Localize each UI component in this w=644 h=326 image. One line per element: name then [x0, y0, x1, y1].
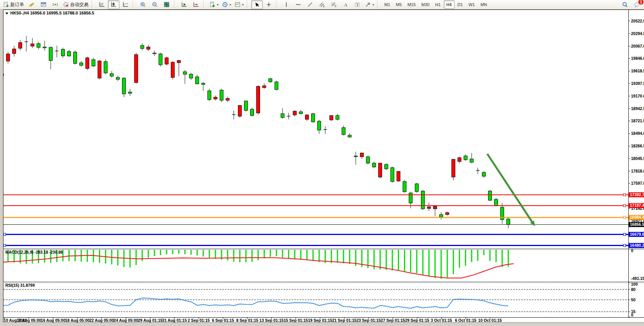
line-handle[interactable] [623, 193, 626, 196]
charts-window-button[interactable] [38, 0, 49, 9]
time-axis-label: 8 Sep 01:15 [236, 318, 259, 323]
search-button[interactable] [619, 0, 631, 9]
line-handle[interactable] [623, 205, 626, 207]
bearish-candle [49, 47, 53, 61]
text-icon: A [342, 2, 348, 8]
line-handle[interactable] [623, 233, 626, 235]
bearish-candle [507, 219, 510, 225]
bullish-candle [171, 62, 175, 77]
vertical-line-button[interactable] [281, 0, 292, 9]
notifications-button[interactable]: 1 [631, 0, 642, 9]
fibonacci-button[interactable]: F [328, 0, 339, 9]
timeframe-button-d1[interactable]: D1 [455, 0, 466, 9]
bar-chart-button[interactable] [96, 0, 108, 9]
status-strip [0, 322, 644, 326]
candlestick-chart-button[interactable] [108, 0, 119, 9]
time-axis-label: 31 Aug 01:15 [162, 318, 187, 323]
timeframe-button-h4[interactable]: H4 [444, 0, 454, 9]
toolbar-separator [174, 1, 177, 8]
chart-shift-button[interactable] [190, 0, 202, 9]
timeframe-button-mn[interactable]: MN [478, 0, 490, 9]
bearish-candle [104, 62, 108, 73]
chart-area[interactable]: 20522.020294.520067.019846.019618.519397… [0, 10, 644, 326]
gold-icon [29, 2, 35, 8]
timeframe-button-m1[interactable]: M1 [382, 0, 393, 9]
horizontal-line-button[interactable] [292, 0, 304, 9]
trendline-icon [307, 2, 313, 8]
time-axis-label: 16 Aug 05:00 [41, 318, 66, 323]
timeframe-button-m15[interactable]: M15 [405, 0, 418, 9]
timeframe-button-m30[interactable]: M30 [419, 0, 432, 9]
bearish-candle [43, 47, 47, 48]
template-button[interactable]: ▾ [233, 0, 245, 9]
period-button[interactable]: ▾ [220, 0, 233, 9]
time-axis-label: 15 Sep 01:15 [284, 318, 308, 323]
new-order-icon [3, 2, 9, 8]
tile-windows-button[interactable] [161, 0, 172, 9]
tile-windows-icon [164, 2, 170, 8]
dropdown-caret-icon: ▾ [373, 3, 374, 6]
bearish-candle [159, 54, 162, 65]
line-handle[interactable] [3, 244, 6, 247]
zoom-in-button[interactable] [137, 0, 149, 9]
bullish-candle [434, 206, 437, 209]
time-axis-label: 2 Sep 01:15 [188, 318, 210, 323]
dropdown-caret-icon: ▾ [242, 3, 244, 6]
rsi-axis-label: 80 [631, 287, 636, 292]
toolbar-separator [92, 1, 95, 8]
dropdown-caret-icon: ▾ [217, 3, 218, 6]
svg-text:E: E [323, 5, 325, 8]
bearish-candle [128, 92, 132, 93]
new-chart-button[interactable]: ▾ [208, 0, 220, 9]
trendline-button[interactable] [304, 0, 316, 9]
gold-button[interactable] [26, 0, 37, 9]
channel-button[interactable]: E [316, 0, 328, 9]
bearish-candle [183, 72, 187, 74]
shapes-button[interactable]: ▾ [363, 0, 376, 9]
line-handle[interactable] [623, 216, 626, 219]
bearish-candle [269, 79, 272, 82]
time-axis[interactable]: 10 Aug 202212 Aug 05:0016 Aug 05:0018 Au… [4, 318, 502, 323]
bullish-candle [397, 171, 400, 181]
bullish-candle [6, 54, 10, 61]
bearish-candle [495, 199, 498, 206]
bullish-candle [452, 159, 455, 177]
signal-button[interactable] [50, 0, 61, 9]
notification-count-badge: 1 [638, 0, 644, 5]
timeframe-button-h1[interactable]: H1 [432, 0, 443, 9]
text-label-icon: T [354, 2, 360, 8]
bearish-candle [281, 113, 284, 117]
bearish-candle [116, 77, 120, 79]
timeframe-button-w1[interactable]: W1 [466, 0, 478, 9]
bearish-candle [348, 135, 352, 137]
time-axis-label: 13 Sep 01:15 [259, 318, 284, 323]
bearish-candle [92, 60, 95, 66]
bearish-candle [299, 112, 303, 113]
line-handle[interactable] [623, 244, 626, 247]
search-icon [622, 2, 628, 8]
text-button[interactable]: A [340, 0, 351, 9]
bearish-candle [403, 182, 406, 192]
axis-price-badge-label: 17197.4 [630, 203, 644, 208]
zoom-in-icon [140, 2, 146, 8]
line-handle[interactable] [3, 233, 6, 235]
toolbar-separator [247, 1, 250, 8]
candlestick-chart-icon [111, 2, 117, 8]
crosshair-button[interactable] [263, 0, 275, 9]
bearish-candle [482, 173, 486, 176]
bearish-candle [110, 74, 114, 76]
time-axis-label: 18 Aug 05:00 [65, 318, 90, 323]
new-order-button[interactable]: 新订单 [2, 0, 26, 9]
horizontal-line-icon [295, 2, 301, 8]
auto-trading-button[interactable]: 自动交易 [61, 0, 90, 9]
line-chart-button[interactable] [120, 0, 131, 9]
dropdown-caret-icon: ▾ [230, 3, 231, 6]
chart-forward-button[interactable] [178, 0, 190, 9]
bullish-candle [177, 61, 181, 63]
cursor-button[interactable] [251, 0, 263, 9]
text-label-button[interactable]: T [352, 0, 363, 9]
bullish-candle [86, 58, 89, 69]
time-axis-label: 6 Sep 01:15 [212, 318, 234, 323]
timeframe-button-m5[interactable]: M5 [393, 0, 404, 9]
zoom-out-button[interactable] [149, 0, 161, 9]
